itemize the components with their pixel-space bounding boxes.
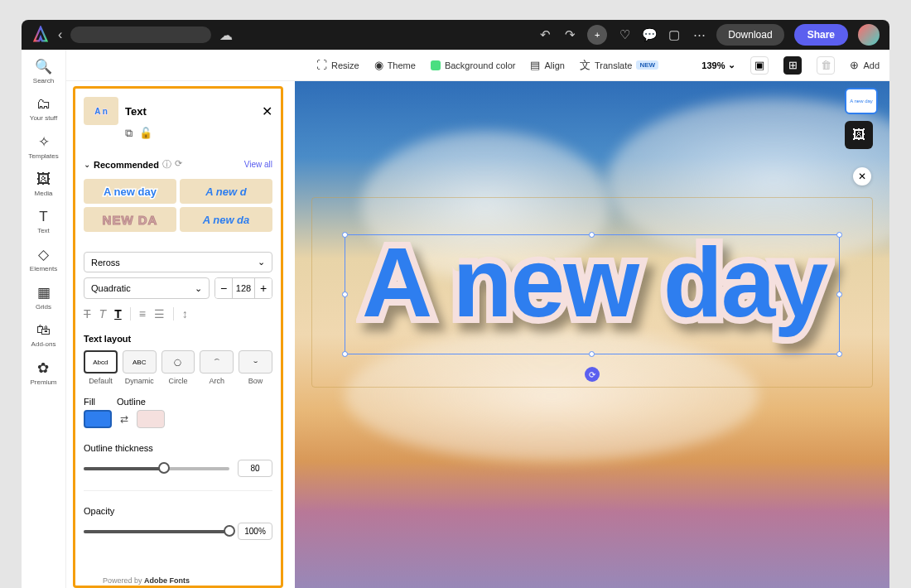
resize-handle[interactable] (342, 292, 348, 297)
bgcolor-swatch (431, 60, 441, 70)
panel-title: Text (125, 105, 255, 118)
outline-label: Outline (117, 397, 146, 407)
rail-your-stuff[interactable]: 🗂Your stuff (30, 96, 57, 122)
underline-icon[interactable]: T (114, 307, 122, 321)
resize-handle[interactable] (342, 232, 348, 238)
recommended-label: Recommended (94, 160, 159, 170)
lock-icon[interactable]: 🔓 (139, 127, 152, 140)
layout-dynamic[interactable]: ABC (123, 350, 157, 374)
media-thumbnail[interactable]: 🖼 (845, 121, 873, 149)
font-family-select[interactable]: Reross⌄ (84, 252, 272, 272)
rail-templates[interactable]: ✧Templates (28, 133, 58, 160)
rail-addons[interactable]: 🛍Add-ons (31, 322, 56, 348)
outline-thickness-value[interactable]: 80 (238, 460, 272, 477)
chevron-down-icon: ⌄ (728, 60, 735, 70)
resize-handle[interactable] (836, 232, 842, 238)
rec-preset[interactable]: A new day (84, 179, 176, 204)
close-thumbnails[interactable]: ✕ (853, 167, 871, 186)
outline-thickness-label: Outline thickness (84, 443, 272, 453)
refresh-icon[interactable]: ⟳ (175, 158, 182, 171)
view-mode-2[interactable]: ⊞ (783, 56, 802, 75)
add-people-button[interactable]: + (587, 25, 607, 45)
rail-elements[interactable]: ◇Elements (30, 246, 57, 272)
left-rail: 🔍Search 🗂Your stuff ✧Templates 🖼Media TT… (22, 50, 66, 588)
rail-media[interactable]: 🖼Media (35, 171, 53, 197)
layout-circle[interactable]: ◯ (161, 350, 195, 374)
strikethrough-icon[interactable]: T (84, 307, 91, 321)
fill-color-swatch[interactable] (84, 410, 112, 428)
align-button[interactable]: ▤Align (530, 59, 564, 71)
premium-icon: ✿ (37, 359, 49, 377)
download-button[interactable]: Download (716, 24, 783, 46)
zoom-dropdown[interactable]: 139%⌄ (701, 60, 735, 70)
align-icon[interactable]: ≡ (139, 307, 146, 321)
translate-icon: 文 (580, 58, 590, 73)
undo-icon[interactable]: ↶ (537, 27, 552, 42)
share-button[interactable]: Share (794, 24, 848, 46)
more-icon[interactable]: ⋯ (692, 27, 706, 42)
resize-button[interactable]: ⛶Resize (316, 59, 359, 71)
rec-preset[interactable]: NEW DA (84, 207, 176, 232)
layout-default[interactable]: Abcd (84, 350, 118, 374)
rail-search[interactable]: 🔍Search (33, 58, 54, 84)
text-layout-label: Text layout (84, 334, 272, 344)
layout-bow[interactable]: ⌣ (239, 350, 272, 374)
addons-icon: 🛍 (36, 322, 51, 339)
outline-color-swatch[interactable] (137, 410, 165, 428)
rail-premium[interactable]: ✿Premium (30, 359, 56, 386)
present-icon[interactable]: ▢ (667, 27, 682, 42)
chevron-down-icon[interactable]: ⌄ (84, 160, 90, 169)
opacity-value[interactable]: 100% (238, 523, 272, 540)
rail-grids[interactable]: ▦Grids (36, 284, 51, 311)
add-button[interactable]: ⊕Add (850, 59, 880, 71)
plus-circle-icon: ⊕ (850, 59, 859, 71)
theme-button[interactable]: ◉Theme (374, 59, 416, 71)
spacing-icon[interactable]: ↕ (182, 307, 188, 321)
font-style-select[interactable]: Quadratic⌄ (84, 277, 210, 299)
layout-arch[interactable]: ⌒ (200, 350, 234, 374)
outline-thickness-slider[interactable] (84, 467, 229, 470)
folder-icon: 🗂 (36, 96, 51, 113)
theme-icon: ◉ (374, 59, 383, 71)
resize-handle[interactable] (342, 351, 348, 357)
view-mode-1[interactable]: ▣ (750, 56, 769, 75)
decrement-button[interactable]: − (215, 278, 232, 298)
canvas-toolbar: ⛶Resize ◉Theme Background color ▤Align 文… (66, 50, 889, 81)
chevron-down-icon: ⌄ (258, 257, 265, 267)
resize-handle[interactable] (589, 351, 595, 357)
font-size-input[interactable] (232, 278, 255, 298)
translate-button[interactable]: 文TranslateNEW (580, 58, 658, 73)
opacity-slider[interactable] (84, 530, 229, 533)
canvas[interactable]: A new day ⟳ A new day 🖼 ✕ (295, 81, 889, 588)
templates-icon: ✧ (38, 133, 50, 151)
delete-button[interactable]: 🗑 (817, 56, 835, 75)
resize-handle[interactable] (589, 232, 595, 238)
regenerate-button[interactable]: ⟳ (585, 367, 600, 382)
comment-icon[interactable]: 💬 (642, 27, 657, 42)
resize-handle[interactable] (836, 292, 842, 297)
swap-colors-icon[interactable]: ⇄ (120, 413, 128, 425)
page-thumbnail[interactable]: A new day (845, 88, 878, 114)
cloud-sync-icon[interactable]: ☁ (219, 27, 233, 43)
duplicate-icon[interactable]: ⧉ (125, 127, 133, 140)
view-all-link[interactable]: View all (244, 160, 272, 169)
increment-button[interactable]: + (255, 278, 272, 298)
resize-handle[interactable] (836, 351, 842, 357)
close-panel-icon[interactable]: ✕ (262, 104, 272, 119)
resize-icon: ⛶ (316, 59, 327, 71)
grids-icon: ▦ (37, 284, 51, 301)
media-icon: 🖼 (36, 171, 51, 188)
redo-icon[interactable]: ↷ (562, 27, 577, 42)
rec-preset[interactable]: A new d (180, 179, 272, 204)
list-icon[interactable]: ☰ (154, 307, 165, 321)
info-icon[interactable]: ⓘ (162, 158, 171, 171)
rec-preset[interactable]: A new da (180, 207, 272, 232)
chevron-down-icon: ⌄ (195, 283, 202, 294)
bulb-icon[interactable]: ♡ (617, 27, 632, 42)
back-arrow-icon[interactable]: ‹ (58, 27, 62, 42)
bgcolor-button[interactable]: Background color (431, 60, 516, 70)
rail-text[interactable]: TText (37, 209, 50, 234)
italic-icon[interactable]: T (99, 307, 107, 321)
title-pill[interactable] (70, 27, 211, 43)
user-avatar[interactable] (858, 24, 880, 46)
